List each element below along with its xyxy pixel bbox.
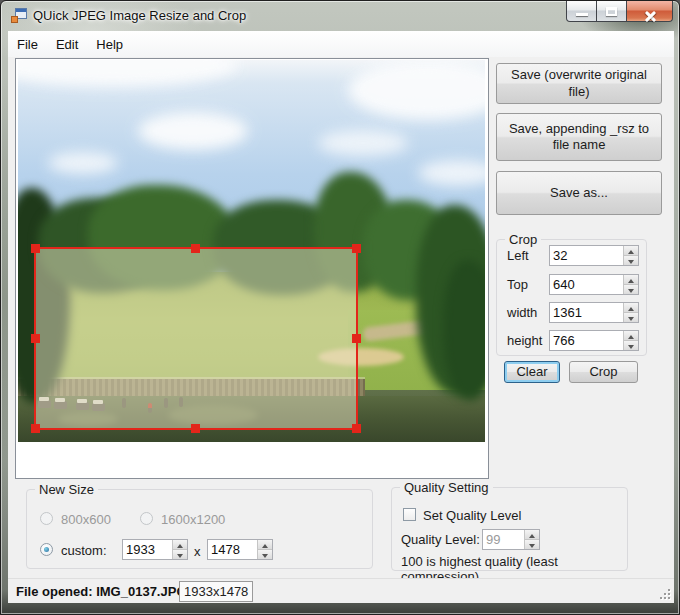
- new-size-groupbox: New Size 800x600 1600x1200 custom: x: [26, 489, 373, 569]
- crop-handle-top-right[interactable]: [352, 244, 361, 253]
- radio-800x600-label: 800x600: [61, 512, 111, 527]
- save-append-rsz-button[interactable]: Save, appending _rsz to file name: [496, 113, 662, 161]
- crop-group-title: Crop: [505, 232, 541, 247]
- cloud: [418, 160, 485, 186]
- spin-down-button[interactable]: [624, 255, 638, 265]
- menu-edit[interactable]: Edit: [47, 33, 87, 56]
- image-panel: [15, 58, 489, 479]
- spin-up-button[interactable]: [525, 530, 539, 539]
- maximize-icon: [606, 7, 617, 16]
- spin-down-button[interactable]: [173, 549, 187, 559]
- crop-groupbox: Crop Left Top width height: [496, 239, 647, 356]
- save-overwrite-button[interactable]: Save (overwrite original file): [496, 63, 662, 104]
- clear-button[interactable]: Clear: [504, 361, 560, 383]
- close-icon: [644, 10, 657, 23]
- client-area: File Edit Help: [8, 31, 674, 603]
- close-button[interactable]: [626, 1, 673, 22]
- crop-left-label: Left: [507, 248, 529, 263]
- crop-button[interactable]: Crop: [569, 361, 638, 383]
- crop-handle-top-middle[interactable]: [191, 244, 200, 253]
- spin-down-button[interactable]: [624, 340, 638, 350]
- cloud: [318, 130, 408, 156]
- size-separator-label: x: [194, 544, 201, 559]
- crop-top-input[interactable]: [550, 275, 623, 294]
- radio-1600x1200-label: 1600x1200: [161, 512, 225, 527]
- crop-left-spinner[interactable]: [549, 245, 639, 266]
- crop-handle-middle-right[interactable]: [352, 334, 361, 343]
- status-file-opened: File opened: IMG_0137.JPG: [16, 584, 187, 599]
- crop-handle-bottom-middle[interactable]: [191, 424, 200, 433]
- crop-handle-bottom-left[interactable]: [31, 424, 40, 433]
- spin-down-button[interactable]: [525, 539, 539, 549]
- quality-group-title: Quality Setting: [400, 480, 493, 495]
- cloud: [18, 60, 238, 87]
- photo-canvas[interactable]: [18, 60, 485, 442]
- status-dimensions: 1933x1478: [179, 581, 253, 602]
- window-title: QUick JPEG Image Resize and Crop: [33, 8, 246, 23]
- crop-selection-rectangle[interactable]: [34, 247, 358, 430]
- crop-width-label: width: [507, 305, 537, 320]
- custom-height-spinner[interactable]: [207, 539, 273, 560]
- status-bar: File opened: IMG_0137.JPG 1933x1478: [8, 578, 674, 603]
- spin-up-button[interactable]: [173, 540, 187, 549]
- cloud: [138, 112, 248, 150]
- crop-left-input[interactable]: [550, 246, 623, 265]
- crop-top-label: Top: [507, 277, 528, 292]
- quality-groupbox: Quality Setting Set Quality Level Qualit…: [391, 487, 628, 571]
- crop-handle-top-left[interactable]: [31, 244, 40, 253]
- menu-help[interactable]: Help: [87, 33, 132, 56]
- caption-buttons: [566, 1, 673, 23]
- spin-up-button[interactable]: [624, 303, 638, 312]
- minimize-icon: [576, 13, 588, 16]
- crop-width-spinner[interactable]: [549, 302, 639, 323]
- title-bar[interactable]: QUick JPEG Image Resize and Crop: [1, 1, 680, 31]
- quality-level-input[interactable]: [483, 530, 524, 549]
- crop-top-spinner[interactable]: [549, 274, 639, 295]
- custom-width-spinner[interactable]: [122, 539, 188, 560]
- menu-bar: File Edit Help: [8, 31, 674, 57]
- radio-custom-label: custom:: [61, 543, 107, 558]
- crop-height-label: height: [507, 333, 542, 348]
- radio-custom[interactable]: [40, 543, 53, 556]
- new-size-group-title: New Size: [35, 482, 98, 497]
- spin-up-button[interactable]: [258, 540, 272, 549]
- save-as-button[interactable]: Save as...: [496, 171, 662, 215]
- set-quality-label: Set Quality Level: [423, 508, 521, 523]
- cloud: [348, 60, 485, 120]
- app-window: QUick JPEG Image Resize and Crop File Ed…: [0, 0, 680, 615]
- maximize-button[interactable]: [597, 1, 626, 22]
- crop-height-spinner[interactable]: [549, 330, 639, 351]
- cloud: [48, 152, 118, 174]
- resize-grip-icon[interactable]: [658, 587, 671, 600]
- custom-width-input[interactable]: [123, 540, 172, 559]
- set-quality-checkbox[interactable]: [403, 508, 416, 521]
- app-icon: [11, 8, 27, 23]
- menu-file[interactable]: File: [8, 33, 47, 56]
- pine-tree: [443, 260, 485, 400]
- radio-1600x1200[interactable]: [140, 512, 153, 525]
- spin-up-button[interactable]: [624, 275, 638, 284]
- crop-handle-bottom-right[interactable]: [352, 424, 361, 433]
- spin-down-button[interactable]: [624, 312, 638, 322]
- crop-height-input[interactable]: [550, 331, 623, 350]
- quality-level-spinner[interactable]: [482, 529, 540, 550]
- spin-up-button[interactable]: [624, 331, 638, 340]
- spin-down-button[interactable]: [624, 284, 638, 294]
- radio-800x600[interactable]: [40, 512, 53, 525]
- custom-height-input[interactable]: [208, 540, 257, 559]
- minimize-button[interactable]: [566, 1, 597, 22]
- crop-handle-middle-left[interactable]: [31, 334, 40, 343]
- spin-down-button[interactable]: [258, 549, 272, 559]
- spin-up-button[interactable]: [624, 246, 638, 255]
- crop-width-input[interactable]: [550, 303, 623, 322]
- quality-level-label: Quality Level:: [401, 532, 480, 547]
